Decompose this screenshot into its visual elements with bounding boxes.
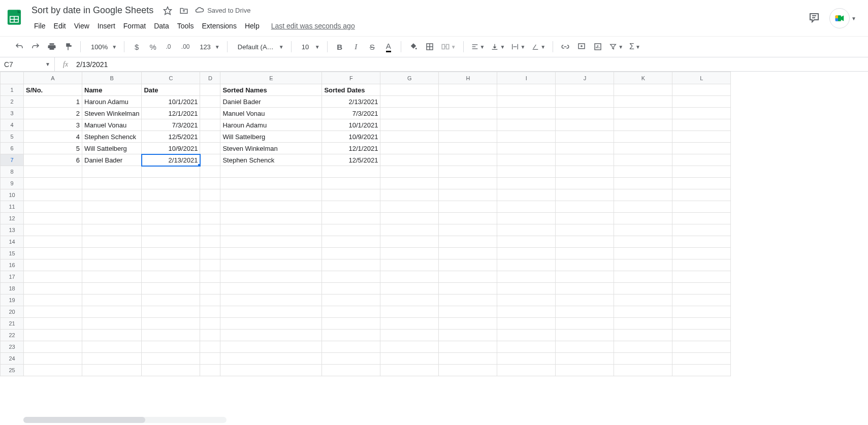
- cell-A11[interactable]: [24, 201, 82, 213]
- cell-I18[interactable]: [497, 283, 556, 295]
- cell-J1[interactable]: [556, 84, 614, 96]
- row-header-25[interactable]: 25: [1, 365, 24, 376]
- cell-L11[interactable]: [672, 201, 731, 213]
- cell-G23[interactable]: [380, 341, 439, 353]
- cell-K9[interactable]: [614, 178, 672, 189]
- cell-L14[interactable]: [672, 236, 731, 248]
- cell-K6[interactable]: [614, 143, 672, 154]
- row-header-3[interactable]: 3: [1, 108, 24, 119]
- cell-H11[interactable]: [439, 201, 497, 213]
- cell-B24[interactable]: [82, 353, 142, 365]
- number-format-dropdown[interactable]: 123▼: [195, 40, 222, 54]
- select-all-corner[interactable]: [1, 72, 24, 84]
- cell-A20[interactable]: [24, 306, 82, 318]
- column-header-F[interactable]: F: [322, 72, 380, 84]
- cell-A16[interactable]: [24, 259, 82, 271]
- cell-A14[interactable]: [24, 236, 82, 248]
- cloud-status[interactable]: Saved to Drive: [195, 6, 250, 15]
- cell-G8[interactable]: [380, 166, 439, 178]
- cell-L10[interactable]: [672, 189, 731, 201]
- cell-F7[interactable]: 12/5/2021: [322, 154, 380, 166]
- cell-G24[interactable]: [380, 353, 439, 365]
- cell-B8[interactable]: [82, 166, 142, 178]
- cell-H7[interactable]: [439, 154, 497, 166]
- cell-G25[interactable]: [380, 365, 439, 376]
- cell-G14[interactable]: [380, 236, 439, 248]
- cell-L1[interactable]: [672, 84, 731, 96]
- insert-link-button[interactable]: [558, 40, 572, 54]
- row-header-23[interactable]: 23: [1, 341, 24, 353]
- cell-K23[interactable]: [614, 341, 672, 353]
- cell-J8[interactable]: [556, 166, 614, 178]
- cell-D10[interactable]: [200, 189, 220, 201]
- cell-F6[interactable]: 12/1/2021: [322, 143, 380, 154]
- cell-E1[interactable]: Sorted Names: [220, 84, 322, 96]
- column-header-H[interactable]: H: [439, 72, 497, 84]
- cell-J5[interactable]: [556, 131, 614, 143]
- cell-D6[interactable]: [200, 143, 220, 154]
- italic-button[interactable]: I: [349, 40, 363, 54]
- column-header-G[interactable]: G: [380, 72, 439, 84]
- cell-I12[interactable]: [497, 213, 556, 224]
- cell-B10[interactable]: [82, 189, 142, 201]
- comments-icon[interactable]: [808, 12, 820, 25]
- filter-button[interactable]: ▼: [607, 40, 625, 54]
- cell-A9[interactable]: [24, 178, 82, 189]
- cell-H6[interactable]: [439, 143, 497, 154]
- row-header-2[interactable]: 2: [1, 96, 24, 108]
- cell-K7[interactable]: [614, 154, 672, 166]
- row-header-12[interactable]: 12: [1, 213, 24, 224]
- cell-B13[interactable]: [82, 224, 142, 236]
- cell-E14[interactable]: [220, 236, 322, 248]
- cell-L25[interactable]: [672, 365, 731, 376]
- cell-G13[interactable]: [380, 224, 439, 236]
- cell-C8[interactable]: [142, 166, 200, 178]
- cell-D2[interactable]: [200, 96, 220, 108]
- cell-A3[interactable]: 2: [24, 108, 82, 119]
- cell-D25[interactable]: [200, 365, 220, 376]
- cell-E6[interactable]: Steven Winkelman: [220, 143, 322, 154]
- cell-J18[interactable]: [556, 283, 614, 295]
- merge-cells-button[interactable]: ▼: [439, 40, 458, 54]
- cell-B14[interactable]: [82, 236, 142, 248]
- cell-H21[interactable]: [439, 318, 497, 330]
- cell-J21[interactable]: [556, 318, 614, 330]
- row-header-1[interactable]: 1: [1, 84, 24, 96]
- row-header-22[interactable]: 22: [1, 330, 24, 341]
- cell-A7[interactable]: 6: [24, 154, 82, 166]
- cell-K10[interactable]: [614, 189, 672, 201]
- cell-K22[interactable]: [614, 330, 672, 341]
- cell-F17[interactable]: [322, 271, 380, 283]
- cell-D13[interactable]: [200, 224, 220, 236]
- cell-B1[interactable]: Name: [82, 84, 142, 96]
- cell-K2[interactable]: [614, 96, 672, 108]
- horizontal-align-button[interactable]: ▼: [469, 40, 487, 54]
- undo-button[interactable]: [12, 40, 26, 54]
- row-header-10[interactable]: 10: [1, 189, 24, 201]
- cell-L16[interactable]: [672, 259, 731, 271]
- cell-L19[interactable]: [672, 295, 731, 306]
- column-header-L[interactable]: L: [672, 72, 731, 84]
- menu-extensions[interactable]: Extensions: [198, 20, 240, 32]
- cell-J10[interactable]: [556, 189, 614, 201]
- cell-D16[interactable]: [200, 259, 220, 271]
- borders-button[interactable]: [423, 40, 437, 54]
- cell-J22[interactable]: [556, 330, 614, 341]
- cell-D4[interactable]: [200, 119, 220, 131]
- cell-A21[interactable]: [24, 318, 82, 330]
- cell-J7[interactable]: [556, 154, 614, 166]
- cell-E11[interactable]: [220, 201, 322, 213]
- cell-K21[interactable]: [614, 318, 672, 330]
- vertical-align-button[interactable]: ▼: [489, 40, 507, 54]
- cell-H3[interactable]: [439, 108, 497, 119]
- cell-K24[interactable]: [614, 353, 672, 365]
- cell-C6[interactable]: 10/9/2021: [142, 143, 200, 154]
- column-header-I[interactable]: I: [497, 72, 556, 84]
- cell-B11[interactable]: [82, 201, 142, 213]
- cell-F18[interactable]: [322, 283, 380, 295]
- cell-G22[interactable]: [380, 330, 439, 341]
- cell-I14[interactable]: [497, 236, 556, 248]
- cell-K15[interactable]: [614, 248, 672, 259]
- cell-H1[interactable]: [439, 84, 497, 96]
- cell-F16[interactable]: [322, 259, 380, 271]
